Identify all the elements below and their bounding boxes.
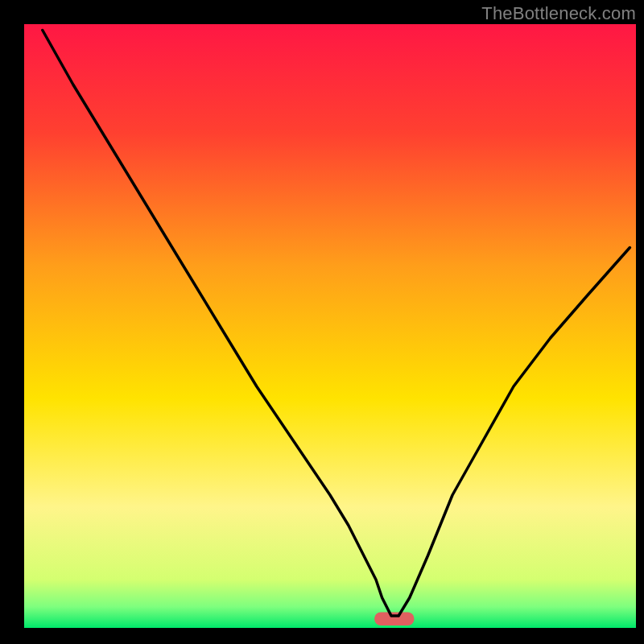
optimal-marker: [374, 613, 414, 626]
chart-frame: TheBottleneck.com: [0, 0, 644, 644]
gradient-background: [24, 24, 636, 628]
plot-area: [24, 24, 636, 628]
chart-svg: [24, 24, 636, 628]
watermark-text: TheBottleneck.com: [481, 3, 636, 24]
